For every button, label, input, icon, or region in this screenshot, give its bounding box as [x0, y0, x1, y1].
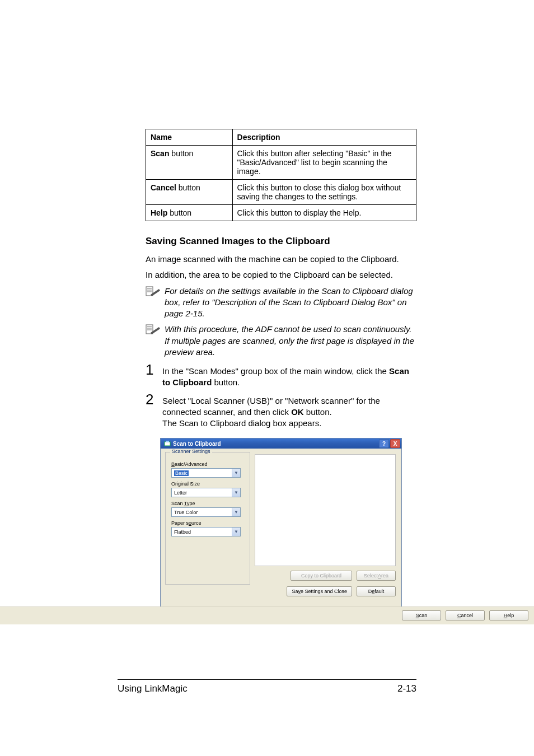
- app-icon: [164, 440, 171, 447]
- page-number: 2-13: [397, 683, 416, 694]
- basic-advanced-label: Basic/Advanced: [171, 461, 244, 467]
- save-settings-close-button[interactable]: Save Settings and Close: [287, 586, 352, 596]
- dialog-title: Scan to Clipboard: [173, 441, 221, 447]
- chevron-down-icon[interactable]: ▼: [232, 469, 240, 477]
- original-size-label: Original Size: [171, 481, 244, 487]
- scan-to-clipboard-dialog: Scan to Clipboard ? X Scanner Settings B…: [160, 438, 402, 607]
- help-button[interactable]: Help: [489, 610, 528, 620]
- dialog-titlebar[interactable]: Scan to Clipboard ? X: [161, 438, 401, 449]
- table-row: Help button Click this button to display…: [146, 205, 416, 221]
- paper-source-combo[interactable]: Flatbed ▼: [171, 527, 241, 536]
- step-text: Select "Local Scanner (USB)" or "Network…: [162, 392, 416, 430]
- paragraph: An image scanned with the machine can be…: [146, 254, 416, 265]
- table-row: Cancel button Click this button to close…: [146, 180, 416, 205]
- select-area-button[interactable]: Select Area: [357, 571, 396, 581]
- table-header-desc: Description: [232, 129, 416, 146]
- note-icon: [146, 286, 161, 300]
- titlebar-help-button[interactable]: ?: [379, 439, 389, 448]
- preview-area: [255, 454, 396, 566]
- basic-advanced-combo[interactable]: Basic ▼: [171, 468, 241, 478]
- scan-button[interactable]: Scan: [402, 610, 441, 620]
- section-heading: Saving Scanned Images to the Clipboard: [146, 236, 416, 247]
- step-number: 2: [146, 392, 160, 407]
- original-size-combo[interactable]: Letter ▼: [171, 488, 241, 497]
- note-text: For details on the settings available in…: [165, 286, 416, 320]
- step-number: 1: [146, 362, 160, 377]
- group-legend: Scanner Settings: [170, 449, 212, 454]
- chevron-down-icon[interactable]: ▼: [232, 508, 240, 516]
- note-icon: [146, 324, 161, 338]
- titlebar-close-button[interactable]: X: [390, 439, 400, 448]
- footer-title: Using LinkMagic: [118, 683, 188, 694]
- note-text: With this procedure, the ADF cannot be u…: [165, 324, 416, 358]
- chevron-down-icon[interactable]: ▼: [232, 528, 240, 536]
- scan-type-combo[interactable]: True Color ▼: [171, 507, 241, 517]
- settings-table: Name Description Scan button Click this …: [146, 129, 416, 221]
- table-row: Scan button Click this button after sele…: [146, 146, 416, 180]
- chevron-down-icon[interactable]: ▼: [232, 488, 240, 497]
- scanner-settings-group: Scanner Settings Basic/Advanced Basic ▼ …: [165, 452, 250, 585]
- svg-rect-8: [165, 442, 170, 446]
- scan-type-label: Scan Type: [171, 501, 244, 506]
- cancel-button[interactable]: Cancel: [446, 610, 485, 620]
- table-header-name: Name: [146, 129, 233, 146]
- copy-to-clipboard-button[interactable]: Copy to Clipboard: [291, 571, 352, 581]
- paragraph: In addition, the area to be copied to th…: [146, 269, 416, 281]
- svg-rect-9: [166, 441, 169, 442]
- paper-source-label: Paper source: [171, 520, 244, 526]
- default-button[interactable]: Default: [357, 586, 396, 596]
- step-text: In the "Scan Modes" group box of the mai…: [162, 362, 416, 389]
